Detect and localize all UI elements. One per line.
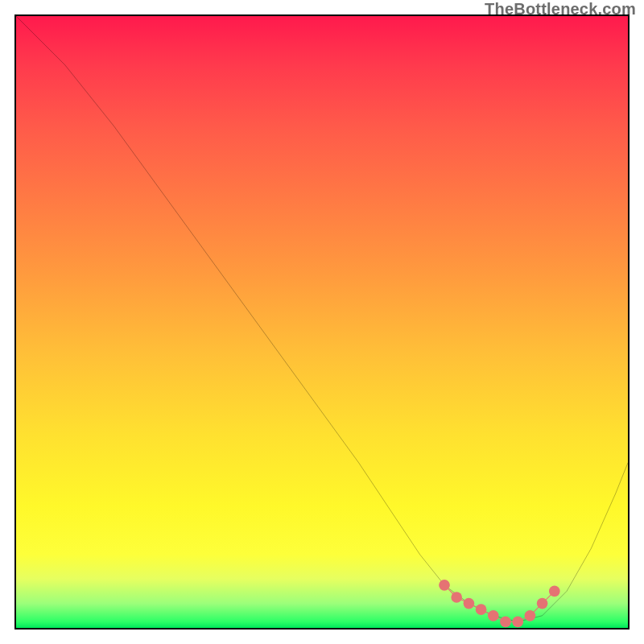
bottleneck-chart: TheBottleneck.com <box>0 0 644 644</box>
svg-point-6 <box>512 617 523 628</box>
bottleneck-curve-path <box>16 16 628 621</box>
svg-point-3 <box>476 604 487 615</box>
svg-point-1 <box>451 592 462 603</box>
svg-point-9 <box>549 586 560 597</box>
svg-point-0 <box>439 580 450 591</box>
plot-area <box>14 14 630 630</box>
svg-point-8 <box>537 598 548 609</box>
svg-point-7 <box>525 610 536 621</box>
svg-point-5 <box>500 617 511 628</box>
svg-point-4 <box>488 610 499 621</box>
curve-svg <box>16 16 628 628</box>
svg-point-2 <box>464 598 475 609</box>
optimal-band-markers <box>439 580 559 627</box>
